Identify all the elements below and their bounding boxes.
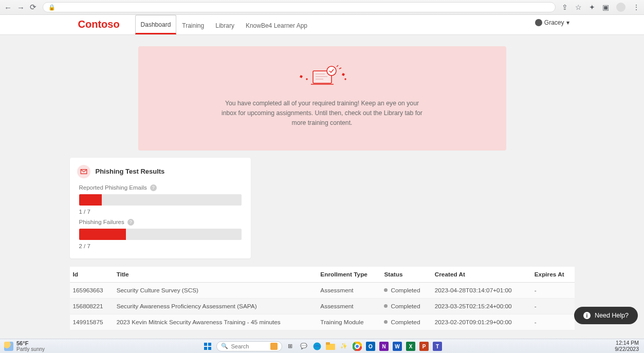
app-topbar: Contoso Dashboard Training Library KnowB… [0, 15, 644, 35]
tab-library[interactable]: Library [210, 16, 240, 34]
metric-reported: Reported Phishing Emails ? 1 / 7 [70, 181, 251, 216]
cell-id: 165963663 [70, 282, 114, 298]
onenote-icon[interactable]: N [379, 341, 389, 351]
lock-icon: 🔒 [48, 4, 56, 11]
windows-taskbar: 56°F Partly sunny 🔍 Search ⊞ 💬 ✨ O N W X [0, 339, 644, 353]
weather-temp: 56°F [16, 340, 45, 346]
celebration-illustration [159, 62, 486, 90]
svg-rect-13 [208, 347, 211, 350]
user-icon [535, 19, 542, 26]
cell-title: Security Awareness Proficiency Assessmen… [114, 298, 318, 314]
address-bar[interactable]: 🔒 [43, 2, 556, 12]
copilot-icon[interactable]: ✨ [339, 341, 349, 351]
col-enrollment-type[interactable]: Enrollment Type [317, 267, 381, 283]
table-row[interactable]: 156808221Security Awareness Proficiency … [70, 298, 575, 314]
taskbar-clock[interactable]: 12:14 PM 9/22/2023 [615, 340, 644, 352]
excel-icon[interactable]: X [406, 341, 416, 351]
word-icon[interactable]: W [392, 341, 402, 351]
table-row[interactable]: 165963663Security Culture Survey (SCS)As… [70, 282, 575, 298]
forward-button[interactable]: → [17, 3, 25, 12]
star-icon[interactable]: ☆ [575, 3, 582, 11]
cell-status: Completed [381, 314, 431, 330]
phishing-results-card: Phishing Test Results Reported Phishing … [70, 158, 251, 258]
explorer-icon[interactable] [325, 341, 336, 351]
tab-learner-app[interactable]: KnowBe4 Learner App [240, 16, 313, 34]
svg-text:P: P [422, 344, 426, 349]
svg-rect-17 [326, 342, 330, 345]
need-help-label: Need Help? [595, 312, 629, 319]
teams-icon[interactable]: T [432, 341, 443, 351]
progress-bar [79, 229, 242, 240]
help-icon[interactable]: ? [150, 184, 157, 191]
back-button[interactable]: ← [4, 3, 12, 12]
col-id[interactable]: Id [70, 267, 114, 283]
cell-created: 2023-04-28T03:14:07+01:00 [432, 282, 531, 298]
kebab-menu-icon[interactable]: ⋮ [633, 3, 640, 11]
help-icon[interactable]: ? [127, 219, 134, 226]
cell-status: Completed [381, 282, 431, 298]
completion-banner: You have completed all of your required … [138, 46, 506, 151]
user-menu[interactable]: Gracey ▾ [535, 19, 569, 26]
brand-logo: Contoso [78, 18, 120, 30]
weather-desc: Partly sunny [16, 346, 45, 352]
reload-button[interactable]: ⟳ [30, 3, 36, 12]
table-row[interactable]: 1499158752023 Kevin Mitnick Security Awa… [70, 314, 575, 330]
col-expires-at[interactable]: Expires At [531, 267, 575, 283]
svg-point-22 [356, 345, 359, 348]
status-dot-icon [384, 320, 388, 324]
metric-label-text: Reported Phishing Emails [79, 184, 147, 191]
col-status[interactable]: Status [381, 267, 431, 283]
cell-id: 149915875 [70, 314, 114, 330]
status-dot-icon [384, 304, 388, 308]
start-button[interactable] [202, 342, 213, 351]
taskbar-date: 9/22/2023 [615, 346, 639, 352]
search-accent-icon [270, 343, 278, 350]
cell-created: 2023-03-25T02:15:24+00:00 [432, 298, 531, 314]
svg-line-4 [339, 68, 341, 69]
svg-text:O: O [369, 344, 373, 349]
edge-icon[interactable] [312, 341, 322, 351]
info-icon: i [583, 312, 591, 319]
svg-text:T: T [435, 344, 438, 349]
taskbar-search[interactable]: 🔍 Search [216, 341, 282, 351]
banner-text: You have completed all of your required … [219, 99, 425, 128]
col-title[interactable]: Title [114, 267, 318, 283]
chrome-icon[interactable] [352, 341, 362, 351]
chat-icon[interactable]: 💬 [299, 341, 309, 351]
taskbar-time: 12:14 PM [615, 340, 639, 346]
svg-line-3 [337, 65, 338, 67]
cell-expires: - [531, 314, 575, 330]
share-icon[interactable]: ⇪ [562, 3, 568, 11]
metric-failures: Phishing Failures ? 2 / 7 [70, 216, 251, 250]
progress-bar [79, 194, 242, 206]
training-table: Id Title Enrollment Type Status Created … [70, 267, 575, 330]
cell-created: 2023-02-20T09:01:29+00:00 [432, 314, 531, 330]
cell-id: 156808221 [70, 298, 114, 314]
nav-tabs: Dashboard Training Library KnowBe4 Learn… [135, 15, 313, 34]
task-view-icon[interactable]: ⊞ [285, 341, 296, 351]
user-label: Gracey [544, 19, 564, 26]
cell-status: Completed [381, 298, 431, 314]
col-created-at[interactable]: Created At [432, 267, 531, 283]
svg-point-5 [306, 79, 307, 80]
extensions-icon[interactable]: ✦ [589, 3, 595, 11]
powerpoint-icon[interactable]: P [419, 341, 429, 351]
taskbar-weather[interactable]: 56°F Partly sunny [0, 340, 45, 352]
search-placeholder: Search [231, 343, 249, 349]
outlook-icon[interactable]: O [365, 341, 376, 351]
search-icon: 🔍 [221, 343, 228, 349]
cell-title: 2023 Kevin Mitnick Security Awareness Tr… [114, 314, 318, 330]
tab-training[interactable]: Training [176, 16, 210, 34]
profile-icon[interactable] [616, 3, 625, 12]
table-header-row: Id Title Enrollment Type Status Created … [70, 267, 575, 283]
cell-title: Security Culture Survey (SCS) [114, 282, 318, 298]
weather-icon [4, 342, 13, 351]
card-title: Phishing Test Results [96, 168, 165, 175]
need-help-button[interactable]: i Need Help? [574, 307, 638, 324]
cell-etype: Assessment [317, 282, 381, 298]
sidepanel-icon[interactable]: ▣ [602, 3, 609, 11]
status-dot-icon [384, 288, 388, 292]
tab-dashboard[interactable]: Dashboard [135, 15, 177, 34]
cell-etype: Training Module [317, 314, 381, 330]
metric-value: 2 / 7 [79, 243, 242, 249]
